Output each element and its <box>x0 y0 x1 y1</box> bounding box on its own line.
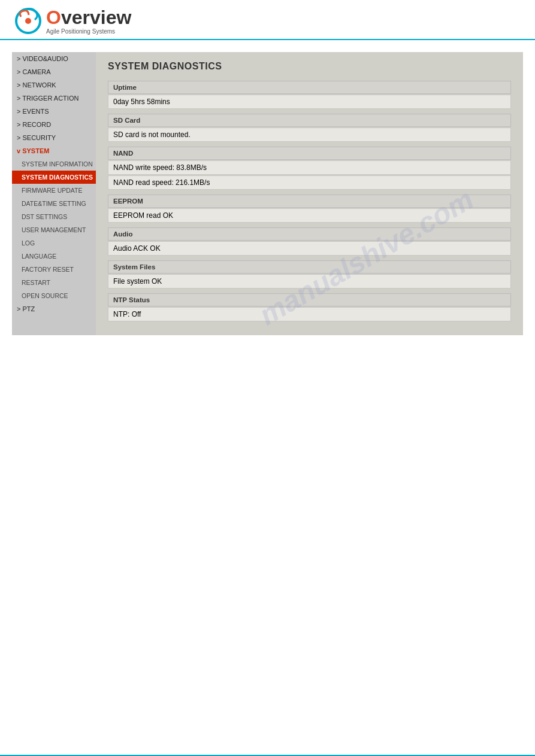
sidebar-item-events[interactable]: > EVENTS <box>12 105 96 118</box>
diag-header-audio: Audio <box>108 227 511 241</box>
sidebar-item-trigger-action[interactable]: > TRIGGER ACTION <box>12 92 96 105</box>
sidebar-item-ptz[interactable]: > PTZ <box>12 302 96 315</box>
sidebar-item-firmware-update[interactable]: FIRMWARE UPDATE <box>12 184 96 197</box>
diag-header-sd-card: SD Card <box>108 114 511 127</box>
sidebar-item-camera[interactable]: > CAMERA <box>12 65 96 78</box>
diag-value-ntp-status: NTP: Off <box>108 307 511 321</box>
diag-header-ntp-status: NTP Status <box>108 293 511 306</box>
sidebar: > VIDEO&AUDIO> CAMERA> NETWORK> TRIGGER … <box>12 52 96 335</box>
diag-section-eeprom: EEPROMEEPROM read OK <box>108 195 511 223</box>
diag-section-sd-card: SD CardSD card is not mounted. <box>108 114 511 142</box>
diag-value-system-files: File system OK <box>108 274 511 289</box>
content-wrapper: SYSTEM DIAGNOSTICS Uptime0day 5hrs 58min… <box>108 61 511 321</box>
page-title: SYSTEM DIAGNOSTICS <box>108 61 511 72</box>
logo: Overview Agile Positioning Systems <box>12 6 523 36</box>
sidebar-item-user-management[interactable]: USER MANAGEMENT <box>12 223 96 236</box>
diag-section-system-files: System FilesFile system OK <box>108 260 511 289</box>
sidebar-item-language[interactable]: LANGUAGE <box>12 250 96 263</box>
diag-header-nand: NAND <box>108 147 511 160</box>
sidebar-item-system[interactable]: v SYSTEM <box>12 144 96 157</box>
sidebar-item-security[interactable]: > SECURITY <box>12 131 96 144</box>
diag-value-uptime: 0day 5hrs 58mins <box>108 95 511 109</box>
diag-section-uptime: Uptime0day 5hrs 58mins <box>108 81 511 109</box>
sidebar-item-dst-settings[interactable]: DST SETTINGS <box>12 210 96 223</box>
diag-header-uptime: Uptime <box>108 81 511 94</box>
diag-value-sd-card: SD card is not mounted. <box>108 127 511 142</box>
content-panel: SYSTEM DIAGNOSTICS Uptime0day 5hrs 58min… <box>96 52 523 335</box>
logo-tagline: Agile Positioning Systems <box>46 28 131 35</box>
diag-header-system-files: System Files <box>108 260 511 274</box>
sidebar-item-network[interactable]: > NETWORK <box>12 78 96 92</box>
sidebar-item-open-source[interactable]: OPEN SOURCE <box>12 289 96 302</box>
diag-value-nand-0: NAND write speed: 83.8MB/s <box>108 160 511 175</box>
diag-value-audio: Audio ACK OK <box>108 241 511 256</box>
sidebar-item-restart[interactable]: RESTART <box>12 276 96 289</box>
main-content: > VIDEO&AUDIO> CAMERA> NETWORK> TRIGGER … <box>0 40 535 347</box>
diag-section-nand: NANDNAND write speed: 83.8MB/sNAND read … <box>108 147 511 190</box>
svg-point-1 <box>25 18 31 24</box>
diag-header-eeprom: EEPROM <box>108 195 511 208</box>
sidebar-item-factory-reset[interactable]: FACTORY RESET <box>12 263 96 276</box>
logo-text: Overview Agile Positioning Systems <box>46 8 131 35</box>
sidebar-item-system-diagnostics[interactable]: SYSTEM DIAGNOSTICS <box>12 171 96 184</box>
header: Overview Agile Positioning Systems <box>0 0 535 40</box>
diag-value-nand-1: NAND read speed: 216.1MB/s <box>108 175 511 190</box>
logo-brand: Overview <box>46 8 131 27</box>
logo-icon <box>12 6 45 36</box>
diagnostics-container: Uptime0day 5hrs 58minsSD CardSD card is … <box>108 81 511 321</box>
sidebar-item-log[interactable]: LOG <box>12 236 96 250</box>
diag-value-eeprom: EEPROM read OK <box>108 208 511 223</box>
sidebar-item-datetime-setting[interactable]: DATE&TIME SETTING <box>12 197 96 210</box>
logo-prefix: O <box>46 7 61 28</box>
diag-section-ntp-status: NTP StatusNTP: Off <box>108 293 511 321</box>
sidebar-item-system-information[interactable]: SYSTEM INFORMATION <box>12 157 96 171</box>
sidebar-item-record[interactable]: > RECORD <box>12 118 96 131</box>
sidebar-item-video-audio[interactable]: > VIDEO&AUDIO <box>12 52 96 65</box>
diag-section-audio: AudioAudio ACK OK <box>108 227 511 256</box>
